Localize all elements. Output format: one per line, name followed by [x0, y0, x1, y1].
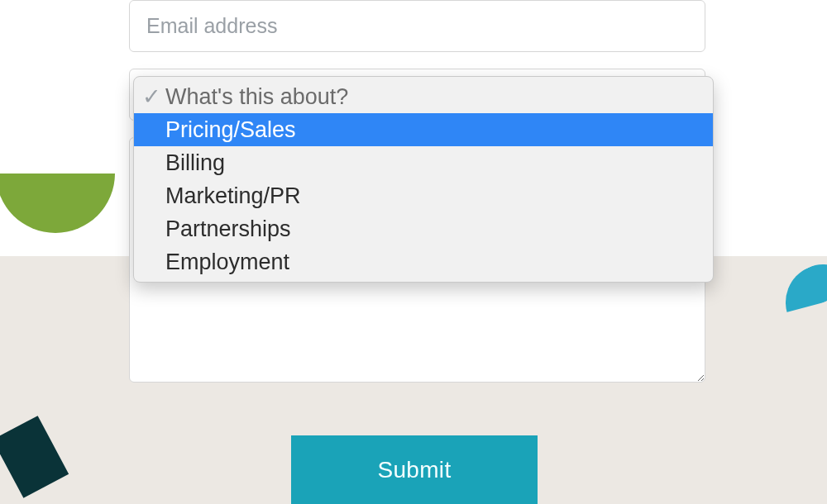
dropdown-option-label: Partnerships [165, 214, 705, 244]
dropdown-placeholder-label: What's this about? [165, 82, 705, 112]
dropdown-option-billing[interactable]: Billing [134, 146, 713, 179]
dropdown-placeholder-row[interactable]: ✓ What's this about? [134, 77, 713, 113]
subject-dropdown-panel: ✓ What's this about? Pricing/Sales Billi… [133, 76, 714, 283]
dropdown-option-label: Employment [165, 247, 705, 277]
submit-button[interactable]: Submit [291, 435, 538, 504]
email-field[interactable] [129, 0, 705, 52]
dropdown-option-partnerships[interactable]: Partnerships [134, 212, 713, 245]
dropdown-option-marketing-pr[interactable]: Marketing/PR [134, 179, 713, 212]
dropdown-option-pricing-sales[interactable]: Pricing/Sales [134, 113, 713, 146]
dropdown-option-label: Pricing/Sales [165, 115, 705, 145]
dropdown-option-employment[interactable]: Employment [134, 245, 713, 282]
decoration-green-semicircle [0, 174, 115, 233]
dropdown-option-label: Marketing/PR [165, 181, 705, 211]
dropdown-option-label: Billing [165, 148, 705, 178]
check-icon: ✓ [142, 82, 165, 112]
